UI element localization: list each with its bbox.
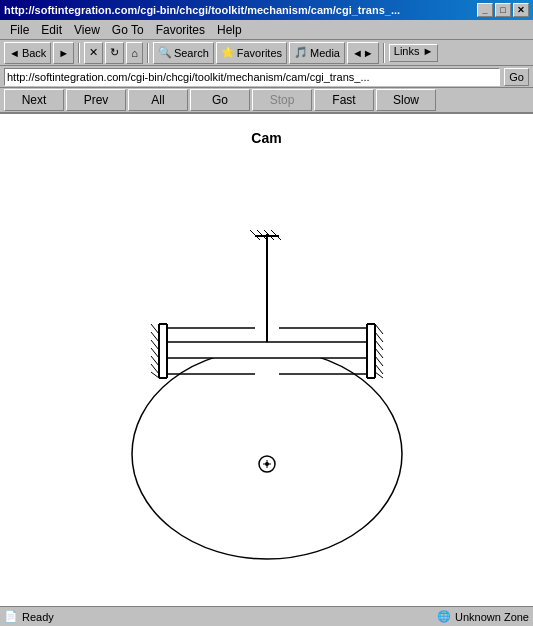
media-button[interactable]: 🎵 Media (289, 42, 345, 64)
status-bar: 📄 Ready 🌐 Unknown Zone (0, 606, 533, 626)
fast-button[interactable]: Fast (314, 89, 374, 111)
slow-button[interactable]: Slow (376, 89, 436, 111)
back-button[interactable]: ◄ Back (4, 42, 51, 64)
svg-line-18 (151, 340, 159, 350)
title-bar: http://softintegration.com/cgi-bin/chcgi… (0, 0, 533, 20)
stop-icon: ✕ (89, 46, 98, 59)
zone-text: Unknown Zone (455, 611, 529, 623)
status-right: 🌐 Unknown Zone (437, 610, 529, 623)
search-label: Search (174, 47, 209, 59)
forward-button[interactable]: ► (53, 42, 74, 64)
svg-line-30 (375, 348, 383, 358)
all-button[interactable]: All (128, 89, 188, 111)
menu-view[interactable]: View (68, 21, 106, 39)
toolbar-separator-3 (383, 43, 385, 63)
minimize-button[interactable]: _ (477, 3, 493, 17)
go-button[interactable]: Go (190, 89, 250, 111)
svg-line-17 (151, 332, 159, 342)
links-button[interactable]: Links ► (389, 44, 439, 62)
svg-line-29 (375, 340, 383, 350)
svg-point-37 (265, 462, 269, 466)
menu-bar: File Edit View Go To Favorites Help (0, 20, 533, 40)
status-text: Ready (22, 611, 54, 623)
main-content: Cam (0, 114, 533, 606)
svg-line-16 (151, 324, 159, 334)
history-button[interactable]: ◄► (347, 42, 379, 64)
favorites-button[interactable]: ⭐ Favorites (216, 42, 287, 64)
favorites-label: Favorites (237, 47, 282, 59)
status-left: 📄 Ready (4, 610, 437, 623)
search-button[interactable]: 🔍 Search (153, 42, 214, 64)
title-text: http://softintegration.com/cgi-bin/chcgi… (4, 4, 477, 16)
menu-file[interactable]: File (4, 21, 35, 39)
home-button[interactable]: ⌂ (126, 42, 143, 64)
refresh-icon: ↻ (110, 46, 119, 59)
search-icon: 🔍 (158, 46, 172, 59)
prev-button[interactable]: Prev (66, 89, 126, 111)
back-icon: ◄ (9, 47, 20, 59)
address-bar: Go (0, 66, 533, 88)
menu-favorites[interactable]: Favorites (150, 21, 211, 39)
home-icon: ⌂ (131, 47, 138, 59)
svg-line-28 (375, 332, 383, 342)
favorites-icon: ⭐ (221, 46, 235, 59)
diagram-title: Cam (0, 130, 533, 146)
cam-diagram (107, 154, 427, 574)
svg-rect-7 (167, 342, 367, 358)
go-address-button[interactable]: Go (504, 68, 529, 86)
toolbar: ◄ Back ► ✕ ↻ ⌂ 🔍 Search ⭐ Favorites 🎵 Me… (0, 40, 533, 66)
page-icon: 📄 (4, 610, 18, 623)
media-label: Media (310, 47, 340, 59)
svg-point-0 (132, 349, 402, 559)
toolbar-separator-1 (78, 43, 80, 63)
svg-line-31 (375, 356, 383, 366)
close-button[interactable]: ✕ (513, 3, 529, 17)
forward-icon: ► (58, 47, 69, 59)
back-label: Back (22, 47, 46, 59)
address-input[interactable] (4, 68, 500, 86)
nav-row: Next Prev All Go Stop Fast Slow (0, 88, 533, 114)
maximize-button[interactable]: □ (495, 3, 511, 17)
zone-icon: 🌐 (437, 610, 451, 623)
media-icon: 🎵 (294, 46, 308, 59)
menu-goto[interactable]: Go To (106, 21, 150, 39)
diagram-area (0, 154, 533, 574)
history-icon: ◄► (352, 47, 374, 59)
stop-button[interactable]: ✕ (84, 42, 103, 64)
next-button[interactable]: Next (4, 89, 64, 111)
title-buttons: _ □ ✕ (477, 3, 529, 17)
svg-line-19 (151, 348, 159, 358)
toolbar-separator-2 (147, 43, 149, 63)
menu-help[interactable]: Help (211, 21, 248, 39)
stop-nav-button: Stop (252, 89, 312, 111)
svg-line-20 (151, 356, 159, 366)
svg-line-27 (375, 324, 383, 334)
menu-edit[interactable]: Edit (35, 21, 68, 39)
refresh-button[interactable]: ↻ (105, 42, 124, 64)
